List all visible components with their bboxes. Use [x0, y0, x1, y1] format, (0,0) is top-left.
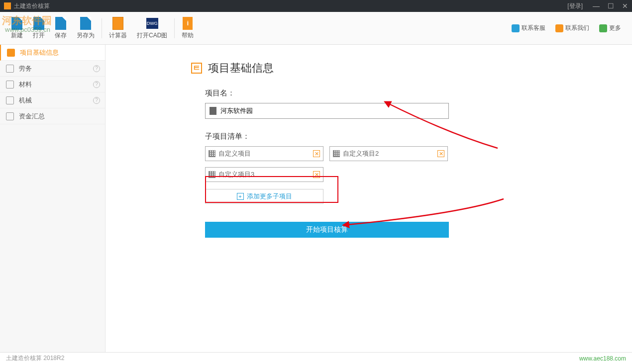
sidebar: 项目基础信息 劳务 ? 材料 ? 机械 ? 资金汇总 — [0, 45, 105, 352]
calculator-icon — [112, 17, 123, 30]
contact-cs-button[interactable]: 联系客服 — [507, 24, 550, 32]
sidebar-item-label: 材料 — [19, 80, 32, 89]
open-file-icon — [33, 17, 44, 30]
app-title: 土建造价核算 — [14, 2, 567, 10]
subproject-item[interactable]: 自定义项目 ✕ — [205, 146, 323, 161]
material-icon — [6, 81, 14, 89]
sidebar-item-labor[interactable]: 劳务 ? — [0, 61, 105, 77]
saveas-button[interactable]: 另存为 — [72, 14, 100, 42]
help-button[interactable]: i 帮助 — [177, 14, 199, 42]
sidebar-item-material[interactable]: 材料 ? — [0, 77, 105, 92]
page-title: 项目基础信息 — [208, 61, 274, 76]
help-badge-icon[interactable]: ? — [93, 65, 100, 72]
toolbar-separator — [102, 18, 102, 38]
grid-icon — [209, 150, 215, 157]
project-name-value: 河东软件园 — [220, 106, 253, 115]
help-badge-icon[interactable]: ? — [93, 81, 100, 88]
sidebar-item-funds[interactable]: 资金汇总 — [0, 108, 105, 124]
toolbar: 新建 打开 保存 另存为 计算器 DWG 打开CAD图 i 帮助 联系客服 联系… — [0, 12, 632, 45]
subproject-label: 子项目清单： — [205, 132, 449, 141]
new-button[interactable]: 新建 — [6, 14, 28, 42]
login-button[interactable]: 登录 — [567, 2, 583, 10]
new-file-icon — [11, 17, 22, 30]
subproject-item[interactable]: 自定义项目2 ✕ — [329, 146, 448, 161]
more-icon — [599, 24, 607, 32]
open-button[interactable]: 打开 — [28, 14, 50, 42]
toolbar-separator — [174, 18, 175, 38]
statusbar: 土建造价核算 2018R2 www.aec188.com — [0, 352, 632, 364]
cs-icon — [512, 24, 520, 32]
document-icon — [210, 107, 216, 115]
sidebar-item-label: 资金汇总 — [19, 112, 45, 121]
help-badge-icon[interactable]: ? — [93, 97, 100, 104]
saveas-file-icon — [80, 17, 91, 30]
sidebar-item-label: 劳务 — [19, 64, 32, 73]
calculator-button[interactable]: 计算器 — [104, 14, 132, 42]
status-right[interactable]: www.aec188.com — [579, 355, 626, 362]
info-icon — [7, 49, 15, 57]
content: ㅌ 项目基础信息 项目名： 河东软件园 子项目清单： 自定义项目 ✕ 自定义项目… — [105, 45, 632, 352]
delete-icon[interactable]: ✕ — [313, 150, 320, 157]
add-subproject-button[interactable]: + 添加更多子项目 — [205, 189, 323, 204]
more-button[interactable]: 更多 — [594, 24, 626, 32]
grid-icon — [333, 150, 340, 157]
sidebar-item-label: 项目基础信息 — [20, 48, 59, 57]
save-file-icon — [55, 17, 66, 30]
project-name-input[interactable]: 河东软件园 — [205, 103, 449, 119]
funds-icon — [6, 112, 14, 120]
help-icon: i — [183, 17, 193, 30]
sidebar-item-machinery[interactable]: 机械 ? — [0, 92, 105, 108]
subproject-label: 自定义项目2 — [343, 149, 379, 158]
maximize-icon[interactable]: ☐ — [608, 2, 614, 10]
subproject-item[interactable]: 自定义项目3 ✕ — [205, 167, 323, 182]
app-icon — [4, 2, 11, 9]
close-icon[interactable]: ✕ — [622, 2, 628, 10]
subproject-label: 自定义项目3 — [218, 170, 254, 179]
save-button[interactable]: 保存 — [50, 14, 72, 42]
titlebar: 土建造价核算 登录 — ☐ ✕ — [0, 0, 632, 12]
page-title-icon: ㅌ — [191, 63, 202, 74]
minimize-icon[interactable]: — — [593, 2, 600, 10]
sidebar-item-basic-info[interactable]: 项目基础信息 — [0, 45, 105, 61]
dwg-icon: DWG — [146, 18, 158, 29]
labor-icon — [6, 65, 14, 73]
machinery-icon — [6, 96, 14, 104]
status-left: 土建造价核算 2018R2 — [6, 354, 64, 363]
delete-icon[interactable]: ✕ — [437, 150, 444, 157]
contact-us-button[interactable]: 联系我们 — [550, 24, 594, 32]
mail-icon — [555, 24, 563, 32]
project-name-label: 项目名： — [205, 89, 449, 98]
opencad-button[interactable]: DWG 打开CAD图 — [132, 14, 172, 42]
subproject-label: 自定义项目 — [218, 149, 251, 158]
grid-icon — [209, 171, 215, 178]
delete-icon[interactable]: ✕ — [313, 171, 320, 178]
plus-icon: + — [237, 193, 244, 200]
sidebar-item-label: 机械 — [19, 96, 32, 105]
start-calculation-button[interactable]: 开始项目核算 — [205, 222, 449, 238]
